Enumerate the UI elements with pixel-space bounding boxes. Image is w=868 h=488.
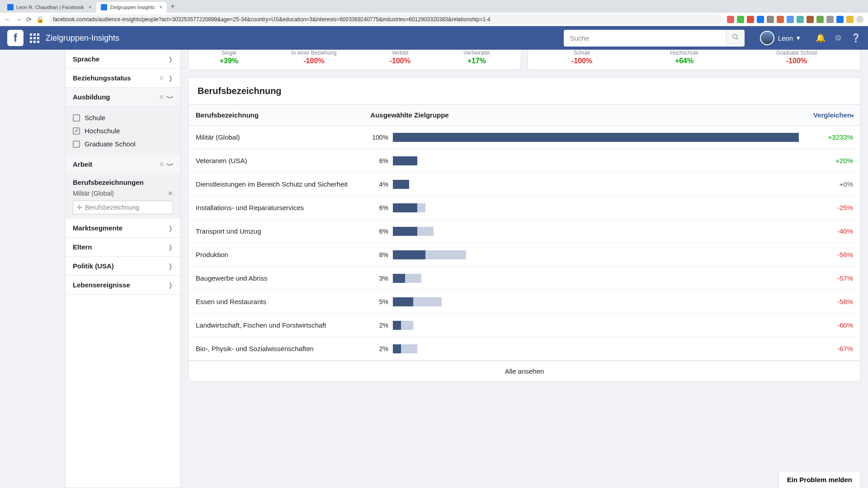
row-compare: +20% (799, 157, 853, 164)
checkbox-schule[interactable]: Schule (73, 111, 173, 124)
row-compare: +3233% (799, 133, 853, 141)
browser-tab[interactable]: Leon R. Chaudhari | Facebook× (3, 2, 96, 13)
row-compare: -40% (799, 227, 853, 235)
help-icon[interactable]: ❔ (851, 33, 861, 43)
col-compare[interactable]: Vergleichen▾ (806, 105, 860, 125)
row-percent: 6% (367, 228, 388, 235)
row-percent: 8% (367, 251, 388, 258)
user-name: Leon (778, 34, 793, 42)
view-all-button[interactable]: Alle ansehen (189, 361, 860, 381)
sidebar-item-lebensereignisse[interactable]: Lebensereignisse ❯ (66, 276, 180, 295)
table-row: Dienstleistungen im Bereich Schutz und S… (189, 173, 860, 196)
row-bar-cell: 2% (367, 344, 799, 353)
row-bar-cell: 8% (367, 250, 799, 259)
facebook-logo[interactable]: f (7, 30, 24, 46)
page-title: Zielgruppen-Insights (46, 33, 557, 43)
stat-column: Schule-100% (571, 50, 592, 65)
row-percent: 2% (367, 345, 388, 352)
row-percent: 5% (367, 298, 388, 305)
bell-icon[interactable]: 🔔 (816, 33, 826, 43)
close-tab-button[interactable]: × (159, 4, 162, 10)
search-button[interactable] (726, 30, 745, 46)
favicon-icon (7, 4, 14, 10)
col-job-title[interactable]: Berufsbezeichnung (189, 105, 363, 125)
row-bar-cell: 6% (367, 227, 799, 236)
indicator-icon (160, 163, 163, 166)
reload-button[interactable]: ⟳ (26, 16, 32, 23)
sidebar-item-eltern[interactable]: Eltern ❯ (66, 238, 180, 257)
chevron-down-icon: ❯ (167, 95, 174, 99)
sidebar-item-marktsegmente[interactable]: Marktsegmente ❯ (66, 219, 180, 238)
filter-sidebar: Sprache ❯ Beziehungsstatus ❯ Ausbildung … (65, 50, 181, 488)
row-label: Essen und Restaurants (196, 298, 367, 305)
stat-column: Single+39% (220, 50, 238, 65)
chevron-right-icon: ❯ (169, 244, 172, 251)
bar-track (393, 321, 799, 330)
avatar (760, 31, 774, 45)
remove-tag-button[interactable]: ✕ (168, 190, 173, 197)
stat-column: Hochschule+64% (670, 50, 698, 65)
table-row: Essen und Restaurants5%-58% (189, 290, 860, 314)
work-heading: Berufsbezeichnungen (73, 178, 173, 186)
checkbox-hochschule[interactable]: Hochschule (73, 124, 173, 137)
row-bar-cell: 100% (367, 133, 799, 142)
search-input[interactable] (564, 30, 726, 47)
apps-icon[interactable] (30, 33, 39, 43)
bar-track (393, 203, 799, 212)
row-compare: +0% (799, 180, 853, 188)
chevron-down-icon: ▾ (797, 34, 800, 42)
row-label: Installations- und Reparaturservices (196, 204, 367, 211)
sidebar-item-arbeit[interactable]: Arbeit ❯ (66, 155, 180, 174)
bar-track (393, 274, 799, 283)
table-row: Installations- und Reparaturservices6%-2… (189, 196, 860, 220)
row-percent: 3% (367, 275, 388, 282)
user-menu[interactable]: Leon ▾ (760, 31, 800, 45)
sort-icon: ▾ (851, 113, 854, 118)
table-row: Landwirtschaft, Fischen und Forstwirtsch… (189, 314, 860, 337)
chevron-right-icon: ❯ (169, 56, 172, 63)
table-row: Baugewerbe und Abriss3%-57% (189, 267, 860, 290)
back-button[interactable]: ← (5, 16, 11, 23)
stat-column: Graduate School-100% (776, 50, 817, 65)
add-job-input[interactable]: ✛ Berufsbezeichnung (73, 201, 173, 214)
chevron-right-icon: ❯ (169, 75, 172, 82)
table-title: Berufsbezeichnung (189, 78, 860, 105)
row-percent: 100% (367, 134, 388, 141)
row-compare: -60% (799, 321, 853, 329)
row-bar-cell: 4% (367, 180, 799, 189)
sidebar-item-beziehungsstatus[interactable]: Beziehungsstatus ❯ (66, 69, 180, 88)
chevron-down-icon: ❯ (167, 162, 174, 166)
svg-line-1 (736, 38, 738, 39)
extension-icons (727, 16, 863, 23)
job-tag: Militär (Global) ✕ (73, 190, 173, 197)
gear-icon[interactable]: ⚙ (835, 33, 842, 43)
table-row: Produktion8%-56% (189, 243, 860, 267)
row-bar-cell: 2% (367, 321, 799, 330)
sidebar-item-ausbildung[interactable]: Ausbildung ❯ (66, 88, 180, 107)
row-label: Transport und Umzug (196, 227, 367, 235)
row-compare: -56% (799, 251, 853, 258)
browser-tab[interactable]: Zielgruppen-Insights× (96, 2, 167, 13)
search-box[interactable] (564, 30, 745, 47)
sidebar-item-sprache[interactable]: Sprache ❯ (66, 50, 180, 69)
work-options: Berufsbezeichnungen Militär (Global) ✕ ✛… (66, 174, 180, 219)
relationship-stats-card: Single+39%In einer Beziehung-100%Verlobt… (188, 50, 521, 70)
table-row: Veteranen (USA)6%+20% (189, 149, 860, 173)
bar-track (393, 227, 799, 236)
row-label: Landwirtschaft, Fischen und Forstwirtsch… (196, 321, 367, 329)
checkbox-icon (73, 141, 80, 148)
chevron-right-icon: ❯ (169, 282, 172, 289)
row-percent: 4% (367, 181, 388, 188)
checkbox-graduate-school[interactable]: Graduate School (73, 137, 173, 150)
indicator-icon (160, 76, 163, 80)
chevron-right-icon: ❯ (169, 263, 172, 270)
favicon-icon (101, 4, 107, 10)
close-tab-button[interactable]: × (89, 4, 92, 10)
report-problem-button[interactable]: Ein Problem melden (778, 471, 861, 488)
new-tab-button[interactable]: + (167, 2, 178, 10)
sidebar-item-politik[interactable]: Politik (USA) ❯ (66, 257, 180, 276)
forward-button[interactable]: → (15, 16, 22, 23)
col-selected-audience[interactable]: Ausgewählte Zielgruppe (363, 105, 806, 125)
url-input[interactable] (48, 14, 722, 24)
checkbox-icon (73, 127, 80, 135)
